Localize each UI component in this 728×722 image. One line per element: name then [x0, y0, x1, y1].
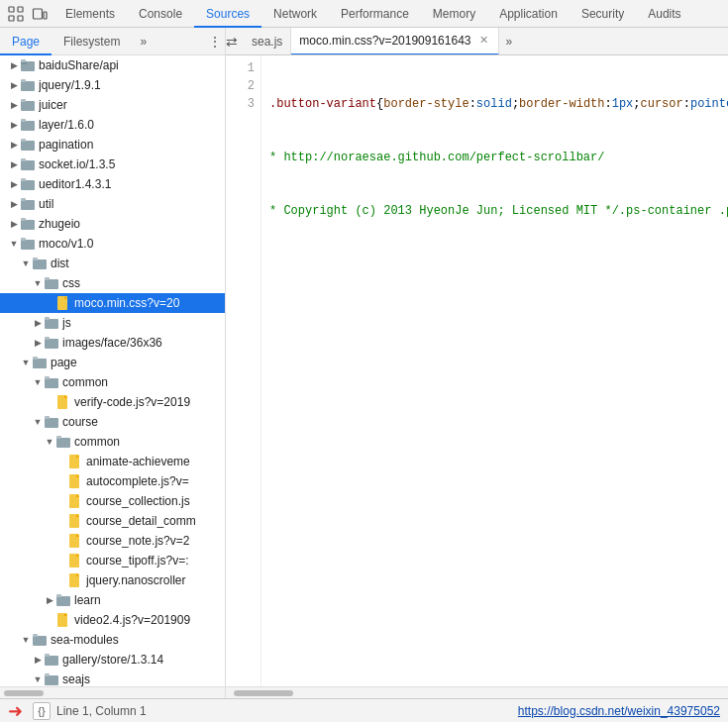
file-tab-mocomin[interactable]: moco.min.css?v=201909161643 ✕ [291, 28, 499, 55]
tree-item-animate[interactable]: animate-achieveme [0, 452, 225, 471]
tree-label: seajs [62, 672, 90, 686]
tree-arrow [8, 119, 20, 131]
tree-arrow [8, 238, 20, 250]
tab-console[interactable]: Console [127, 0, 194, 28]
tab-memory[interactable]: Memory [421, 0, 487, 28]
tab-page[interactable]: Page [0, 28, 52, 55]
tree-item-ueditor[interactable]: ueditor1.4.3.1 [0, 174, 225, 194]
left-panel-scrollbar[interactable] [0, 686, 225, 698]
tree-item-zhugeio[interactable]: zhugeio [0, 214, 225, 234]
sync-icon: ⇄ [226, 34, 238, 50]
tree-label: course [62, 415, 98, 429]
tree-item-coursecoll[interactable]: course_collection.js [0, 491, 225, 511]
tree-item-page[interactable]: page [0, 353, 225, 372]
svg-rect-33 [45, 317, 50, 320]
left-tabs-more[interactable]: » [134, 35, 153, 49]
left-panel-menu-icon[interactable]: ⋮ [205, 28, 225, 55]
tree-item-jquerynano[interactable]: jquery.nanoscroller [0, 570, 225, 590]
folder-icon [20, 216, 36, 232]
status-bar-url[interactable]: https://blog.csdn.net/weixin_43975052 [518, 704, 720, 718]
devtools-body: Page Filesystem » ⋮ baiduShare/api jquer… [0, 28, 728, 698]
tab-application[interactable]: Application [487, 0, 570, 28]
tree-item-jquery[interactable]: jquery/1.9.1 [0, 75, 225, 95]
tree-label: course_detail_comm [86, 514, 196, 528]
svg-rect-14 [21, 119, 26, 122]
tree-arrow [32, 337, 44, 349]
file-tabs-more-button[interactable]: » [499, 35, 518, 49]
svg-rect-24 [21, 218, 26, 221]
tab-sources[interactable]: Sources [194, 0, 261, 28]
tree-item-util[interactable]: util [0, 194, 225, 214]
svg-rect-41 [45, 418, 58, 428]
file-icon [67, 473, 83, 489]
svg-rect-17 [21, 160, 35, 170]
device-icon[interactable] [28, 2, 52, 26]
inspect-icon[interactable] [4, 2, 28, 26]
file-tab-close-button[interactable]: ✕ [476, 34, 490, 48]
tree-item-images[interactable]: images/face/36x36 [0, 333, 225, 353]
tree-item-moco[interactable]: moco/v1.0 [0, 234, 225, 254]
tab-elements[interactable]: Elements [53, 0, 127, 28]
folder-icon [44, 335, 59, 351]
file-tree[interactable]: baiduShare/api jquery/1.9.1 juicer [0, 55, 225, 686]
svg-rect-5 [44, 12, 47, 19]
tab-network[interactable]: Network [261, 0, 329, 28]
tree-label: js [62, 316, 71, 330]
svg-rect-43 [56, 438, 70, 448]
code-content[interactable]: 1 2 3 .button-variant{border-style:solid… [226, 55, 728, 686]
tree-item-seajs[interactable]: seajs [0, 670, 225, 686]
left-scrollbar-thumb[interactable] [4, 690, 44, 696]
tree-item-socketio[interactable]: socket.io/1.3.5 [0, 155, 225, 174]
code-area: 1 2 3 .button-variant{border-style:solid… [226, 55, 728, 698]
tree-item-css[interactable]: css [0, 273, 225, 293]
tree-item-pagination[interactable]: pagination [0, 135, 225, 155]
tree-item-coursedetail[interactable]: course_detail_comm [0, 511, 225, 531]
file-tab-seajs[interactable]: sea.js [244, 28, 291, 55]
tree-item-autocomplete[interactable]: autocomplete.js?v= [0, 471, 225, 491]
tree-label: socket.io/1.3.5 [39, 157, 115, 171]
svg-rect-58 [45, 654, 50, 657]
file-icon [67, 553, 83, 568]
tree-item-layer[interactable]: layer/1.6.0 [0, 115, 225, 135]
tree-label: moco.min.css?v=20 [74, 296, 179, 310]
tree-item-mocomin[interactable]: moco.min.css?v=20 [0, 293, 225, 313]
folder-icon [20, 196, 36, 212]
tab-security[interactable]: Security [570, 0, 636, 28]
tree-item-js[interactable]: js [0, 313, 225, 333]
tree-item-dist[interactable]: dist [0, 254, 225, 273]
tab-performance[interactable]: Performance [329, 0, 421, 28]
tree-item-common[interactable]: common [0, 372, 225, 392]
tree-item-learn[interactable]: learn [0, 590, 225, 610]
svg-rect-1 [9, 16, 14, 21]
tree-arrow [32, 673, 44, 685]
tree-item-coursecommon[interactable]: common [0, 432, 225, 452]
tree-label: page [51, 356, 77, 369]
svg-rect-56 [33, 634, 38, 637]
tree-item-gallery[interactable]: gallery/store/1.3.14 [0, 650, 225, 670]
tree-item-baidushare[interactable]: baiduShare/api [0, 55, 225, 75]
svg-rect-52 [56, 596, 70, 606]
tree-item-juicer[interactable]: juicer [0, 95, 225, 115]
tree-item-coursetipoff[interactable]: course_tipoff.js?v=: [0, 551, 225, 570]
svg-rect-55 [33, 636, 47, 646]
tree-arrow [20, 357, 32, 368]
code-hscrollbar[interactable] [226, 686, 728, 698]
tree-item-coursenote[interactable]: course_note.js?v=2 [0, 531, 225, 551]
line-numbers: 1 2 3 [226, 55, 261, 686]
tree-arrow [32, 654, 44, 666]
tree-item-verifycode[interactable]: verify-code.js?v=2019 [0, 392, 225, 412]
tab-audits[interactable]: Audits [636, 0, 692, 28]
pretty-print-button[interactable]: {} [33, 702, 51, 720]
tree-arrow [20, 634, 32, 646]
folder-icon [20, 156, 36, 172]
tree-item-course[interactable]: course [0, 412, 225, 432]
tree-item-video24[interactable]: video2.4.js?v=201909 [0, 610, 225, 630]
tree-item-seamodules[interactable]: sea-modules [0, 630, 225, 650]
tree-label: course_tipoff.js?v=: [86, 554, 189, 567]
code-hscrollbar-thumb[interactable] [234, 690, 293, 696]
tree-label: autocomplete.js?v= [86, 474, 189, 488]
tab-filesystem[interactable]: Filesystem [52, 28, 132, 55]
tree-label: zhugeio [39, 217, 80, 231]
tree-label: animate-achieveme [86, 455, 190, 468]
tree-label: jquery.nanoscroller [86, 573, 186, 587]
